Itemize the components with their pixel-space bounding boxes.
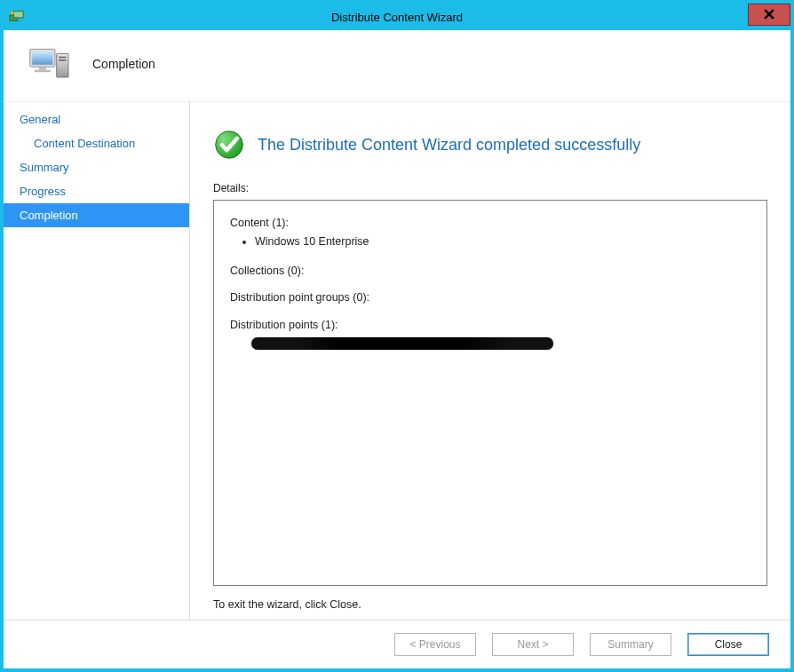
- window-title: Distribute Content Wizard: [331, 11, 463, 24]
- wizard-window: Distribute Content Wizard: [0, 0, 794, 672]
- computer-icon: [28, 46, 73, 82]
- svg-rect-1: [13, 12, 23, 18]
- content-item: Windows 10 Enterprise: [255, 233, 750, 250]
- content-list: Windows 10 Enterprise: [230, 233, 750, 250]
- titlebar: Distribute Content Wizard: [4, 4, 790, 30]
- exit-instruction: To exit the wizard, click Close.: [213, 598, 767, 611]
- content-heading: Content (1):: [230, 215, 750, 232]
- collections-heading: Collections (0):: [230, 263, 750, 280]
- page-title: Completion: [92, 57, 155, 71]
- nav-item-summary[interactable]: Summary: [4, 155, 189, 179]
- success-row: The Distribute Content Wizard completed …: [213, 129, 767, 161]
- wizard-body: General Content Destination Summary Prog…: [4, 102, 790, 620]
- details-label: Details:: [213, 182, 767, 194]
- dp-heading: Distribution points (1):: [230, 317, 750, 334]
- nav-label: Completion: [20, 209, 78, 222]
- details-box: Content (1): Windows 10 Enterprise Colle…: [213, 200, 767, 586]
- svg-rect-7: [39, 67, 46, 69]
- nav-label: Summary: [20, 161, 69, 174]
- close-button[interactable]: Close: [687, 633, 769, 656]
- next-button: Next >: [492, 633, 574, 656]
- previous-button: < Previous: [394, 633, 476, 656]
- nav-label: Content Destination: [34, 137, 135, 150]
- nav-item-general[interactable]: General: [4, 107, 189, 131]
- nav-label: Progress: [20, 185, 66, 198]
- wizard-sidebar: General Content Destination Summary Prog…: [4, 102, 190, 620]
- wizard-main: The Distribute Content Wizard completed …: [190, 102, 790, 620]
- svg-rect-10: [59, 57, 66, 59]
- window-close-button[interactable]: [748, 4, 790, 26]
- success-check-icon: [213, 129, 245, 161]
- nav-label: General: [20, 113, 60, 126]
- success-message: The Distribute Content Wizard completed …: [258, 136, 640, 154]
- svg-rect-8: [35, 70, 51, 73]
- close-icon: [764, 7, 774, 22]
- nav-item-progress[interactable]: Progress: [4, 179, 189, 203]
- svg-point-2: [11, 12, 14, 15]
- redacted-text: [251, 337, 553, 350]
- svg-rect-6: [32, 51, 52, 65]
- app-icon: [9, 9, 25, 25]
- summary-button: Summary: [590, 633, 671, 656]
- svg-rect-11: [59, 59, 66, 61]
- wizard-header: Completion: [4, 30, 790, 102]
- nav-item-completion[interactable]: Completion: [4, 203, 189, 227]
- dpgroups-heading: Distribution point groups (0):: [230, 289, 750, 306]
- nav-item-content-destination[interactable]: Content Destination: [4, 131, 189, 155]
- wizard-footer: < Previous Next > Summary Close: [4, 620, 790, 668]
